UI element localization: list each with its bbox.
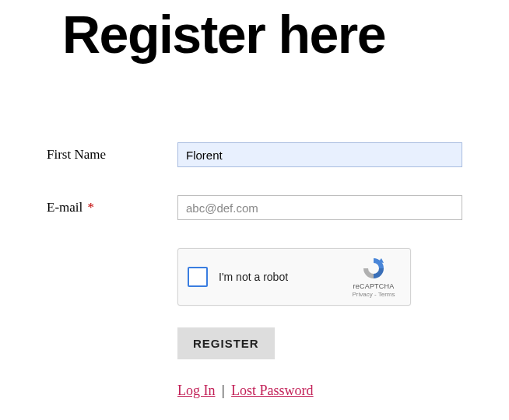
first-name-field-wrap — [177, 142, 462, 167]
login-link[interactable]: Log In — [177, 383, 216, 398]
required-asterisk: * — [88, 200, 95, 215]
page-title: Register here — [62, 0, 509, 61]
recaptcha-checkbox[interactable] — [188, 267, 208, 287]
first-name-row: First Name — [47, 142, 462, 167]
email-label-text: E-mail — [47, 200, 82, 215]
captcha-spacer — [47, 248, 177, 253]
recaptcha-label: I'm not a robot — [219, 271, 346, 283]
first-name-input[interactable] — [177, 142, 462, 167]
register-form: First Name E-mail * I'm not a robot — [0, 142, 509, 399]
email-label: E-mail * — [47, 195, 177, 215]
recaptcha-icon — [361, 256, 386, 281]
aux-links: Log In | Lost Password — [177, 383, 462, 399]
register-button[interactable]: REGISTER — [177, 327, 275, 359]
recaptcha-branding: reCAPTCHA Privacy - Terms — [346, 256, 401, 298]
email-input[interactable] — [177, 195, 462, 220]
recaptcha-terms-text: Privacy - Terms — [353, 291, 395, 298]
action-row: REGISTER — [177, 327, 462, 359]
recaptcha-widget: I'm not a robot reCAPTCHA Privacy - Term… — [177, 248, 411, 306]
lost-password-link[interactable]: Lost Password — [231, 383, 314, 398]
recaptcha-brand-text: reCAPTCHA — [353, 282, 395, 290]
email-row: E-mail * — [47, 195, 462, 220]
first-name-label: First Name — [47, 142, 177, 163]
email-field-wrap — [177, 195, 462, 220]
captcha-row: I'm not a robot reCAPTCHA Privacy - Term… — [47, 248, 462, 306]
links-separator: | — [222, 383, 225, 398]
